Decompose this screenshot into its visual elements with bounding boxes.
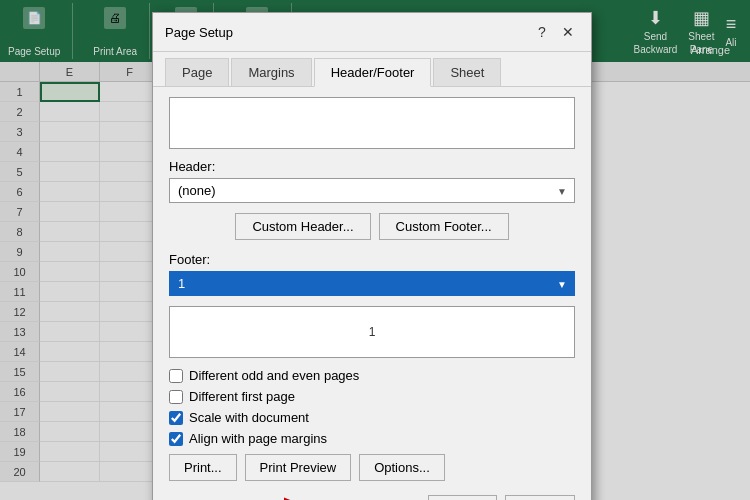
tab-margins[interactable]: Margins [231,58,311,86]
help-button[interactable]: ? [531,21,553,43]
checkbox-first-page-input[interactable] [169,390,183,404]
tab-page[interactable]: Page [165,58,229,86]
close-button[interactable]: ✕ [557,21,579,43]
header-select[interactable]: (none) Page 1 Page 1 of ? Sheet1 [169,178,575,203]
checkbox-odd-even-input[interactable] [169,369,183,383]
page-setup-dialog: Page Setup ? ✕ Page Margins Header/Foote… [152,12,592,500]
checkbox-scale: Scale with document [169,410,575,425]
dialog-tabs: Page Margins Header/Footer Sheet [153,52,591,86]
tab-sheet[interactable]: Sheet [433,58,501,86]
checkbox-scale-label: Scale with document [189,410,309,425]
ok-cancel-row: OK Cancel [169,491,575,500]
checkbox-align-input[interactable] [169,432,183,446]
header-preview-box [169,97,575,149]
dialog-body: Header: (none) Page 1 Page 1 of ? Sheet1… [153,86,591,500]
cancel-button[interactable]: Cancel [505,495,575,500]
footer-label: Footer: [169,252,575,267]
options-button[interactable]: Options... [359,454,445,481]
dialog-titlebar: Page Setup ? ✕ [153,13,591,52]
header-label: Header: [169,159,575,174]
custom-footer-button[interactable]: Custom Footer... [379,213,509,240]
footer-select-wrapper: (none) 1 Page 1 Page 1 of ? ▼ [169,271,575,296]
titlebar-buttons: ? ✕ [531,21,579,43]
tab-header-footer[interactable]: Header/Footer [314,58,432,87]
custom-header-button[interactable]: Custom Header... [235,213,370,240]
checkbox-first-page: Different first page [169,389,575,404]
checkbox-align-label: Align with page margins [189,431,327,446]
ok-arrow-indicator [189,490,309,500]
footer-preview-box: 1 [169,306,575,358]
footer-select[interactable]: (none) 1 Page 1 Page 1 of ? [169,271,575,296]
print-preview-button[interactable]: Print Preview [245,454,352,481]
custom-buttons-row: Custom Header... Custom Footer... [169,213,575,240]
bottom-buttons-row: Print... Print Preview Options... [169,454,575,481]
ok-button[interactable]: OK [428,495,497,500]
checkbox-scale-input[interactable] [169,411,183,425]
checkbox-odd-even: Different odd and even pages [169,368,575,383]
checkbox-odd-even-label: Different odd and even pages [189,368,359,383]
modal-overlay: Page Setup ? ✕ Page Margins Header/Foote… [0,0,750,500]
footer-preview-text: 1 [369,325,376,339]
checkbox-align: Align with page margins [169,431,575,446]
print-button[interactable]: Print... [169,454,237,481]
dialog-title: Page Setup [165,25,233,40]
checkbox-first-page-label: Different first page [189,389,295,404]
header-select-wrapper: (none) Page 1 Page 1 of ? Sheet1 ▼ [169,178,575,203]
